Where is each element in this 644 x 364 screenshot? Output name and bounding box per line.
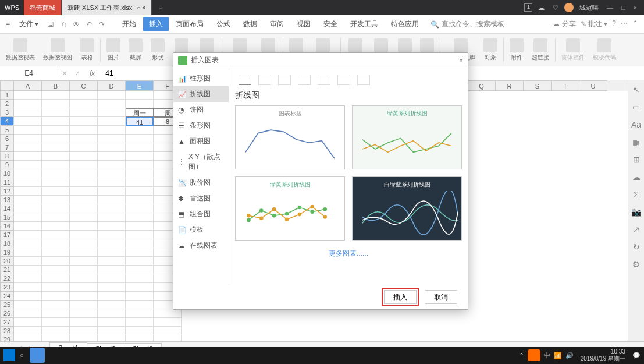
print-icon[interactable]: ⎙ (58, 19, 69, 30)
subtype-7[interactable] (357, 75, 370, 85)
preview-icon[interactable]: 👁 (71, 19, 81, 30)
save-icon[interactable]: 🖫 (45, 19, 56, 30)
formula-input[interactable]: 41 (101, 69, 118, 77)
task-search-icon[interactable]: ○ (20, 352, 24, 359)
subtype-6[interactable] (337, 75, 350, 85)
type-combo[interactable]: ⬒组合图 (173, 206, 229, 222)
select-all-corner[interactable] (0, 80, 14, 91)
dialog-close-button[interactable]: × (459, 56, 463, 65)
clock[interactable]: 10:332019/8/19 星期一 (577, 348, 629, 362)
window-minimize[interactable]: — (604, 4, 615, 11)
undo-icon[interactable]: ↶ (84, 19, 94, 30)
type-template[interactable]: 📄模板 (173, 222, 229, 238)
annotate-button[interactable]: ✎ 批注 ▾ (581, 19, 608, 29)
table-icon[interactable]: ▦ (632, 137, 640, 147)
ribbon-pivot-table[interactable]: 数据透视表 (2, 35, 38, 65)
skin-icon[interactable]: ♡ (550, 4, 561, 12)
tab-special[interactable]: 特色应用 (385, 17, 425, 31)
add-tab-button[interactable]: ＋ (152, 3, 170, 12)
col-header-e[interactable]: E (126, 80, 154, 91)
type-scatter[interactable]: ⋮X Y（散点图） (173, 149, 229, 175)
chart-thumb-3[interactable]: 绿黄系列折线图 (235, 176, 345, 241)
ribbon-hyperlink[interactable]: 超链接 (528, 35, 553, 65)
col-header-u[interactable]: U (579, 80, 607, 91)
col-header-c[interactable]: C (70, 80, 98, 91)
ribbon-screenshot[interactable]: 截屏 (125, 35, 146, 65)
share-button[interactable]: ☁ 分享 (553, 19, 575, 29)
type-bar[interactable]: ☰条形图 (173, 118, 229, 133)
sum-icon[interactable]: Σ (634, 190, 639, 199)
tray-icon[interactable]: 中 (544, 351, 550, 360)
tab-data[interactable]: 数据 (237, 17, 263, 31)
chart-thumb-2[interactable]: 绿黄系列折线图 (352, 105, 462, 169)
col-header-d[interactable]: D (98, 80, 126, 91)
tab-review[interactable]: 审阅 (264, 17, 290, 31)
notifications-icon[interactable]: 💬 (632, 352, 641, 359)
fx-icon[interactable]: fx (84, 69, 101, 77)
tab-page-layout[interactable]: 页面布局 (170, 17, 209, 31)
col-header-t[interactable]: T (552, 80, 579, 91)
select-icon[interactable]: ▭ (632, 103, 640, 112)
tab-document[interactable]: 新建 XLSX 工作表.xlsx ○ × (62, 0, 152, 15)
subtype-1[interactable] (239, 75, 251, 85)
ribbon-object[interactable]: 对象 (480, 35, 501, 65)
cell-e4[interactable]: 41 (126, 117, 154, 126)
tray-volume-icon[interactable]: 🔊 (565, 352, 574, 359)
notification-badge[interactable]: 1 (524, 3, 532, 12)
ribbon-attachment[interactable]: 附件 (506, 35, 527, 65)
col-header-r[interactable]: R (496, 80, 524, 91)
tab-formula[interactable]: 公式 (211, 17, 236, 31)
redo-icon[interactable]: ↷ (97, 19, 107, 30)
col-header-b[interactable]: B (42, 80, 70, 91)
camera-icon[interactable]: 📷 (631, 207, 641, 217)
cloud-icon[interactable]: ☁ (632, 172, 641, 182)
col-header-q[interactable]: Q (468, 80, 496, 91)
cell-e3[interactable]: 周一 (126, 108, 154, 117)
style-icon[interactable]: Aa (631, 120, 641, 129)
file-menu[interactable]: 文件 ▾ (16, 19, 42, 29)
avatar[interactable] (564, 3, 574, 12)
chart-thumb-4[interactable]: 白绿蓝系列折线图 (352, 176, 462, 241)
type-pie[interactable]: ◔饼图 (173, 102, 229, 118)
type-area[interactable]: ▲面积图 (173, 133, 229, 149)
ribbon-table[interactable]: 表格 (77, 35, 98, 65)
tab-developer[interactable]: 开发工具 (344, 17, 384, 31)
wps-taskbar-app[interactable] (30, 348, 45, 363)
ribbon-picture[interactable]: 图片 (103, 35, 124, 65)
cloud-icon[interactable]: ☁ (536, 4, 547, 12)
help-icon[interactable]: ? (612, 19, 616, 29)
more-charts-link[interactable]: 更多图表...... (235, 249, 462, 259)
type-stock[interactable]: 📉股价图 (173, 175, 229, 190)
subtype-2[interactable] (258, 75, 271, 85)
tray-up-icon[interactable]: ⌃ (519, 352, 524, 359)
type-online[interactable]: ☁在线图表 (173, 238, 229, 253)
export-icon[interactable]: ↗ (633, 225, 640, 234)
col-header-a[interactable]: A (14, 80, 42, 91)
hamburger-icon[interactable]: ≡ (0, 20, 16, 29)
cell-reference[interactable]: E4 (0, 69, 58, 77)
type-column[interactable]: 📊柱形图 (173, 70, 229, 86)
cursor-icon[interactable]: ↖ (633, 85, 640, 94)
fx-confirm-icon[interactable]: ✓ (71, 69, 84, 77)
subtype-3[interactable] (278, 75, 291, 85)
ribbon-pivot-chart[interactable]: 数据透视图 (40, 35, 76, 65)
tab-docer[interactable]: 稻壳商城 (24, 0, 62, 15)
insert-button[interactable]: 插入 (384, 290, 417, 304)
close-tab-icon[interactable]: ○ × (137, 5, 145, 11)
start-button[interactable] (3, 349, 15, 361)
chart-thumb-1[interactable]: 图表标题 (235, 105, 345, 169)
fx-cancel-icon[interactable]: ✕ (58, 69, 71, 77)
settings-icon[interactable]: ⚙ (632, 260, 640, 269)
tab-start[interactable]: 开始 (116, 17, 142, 31)
sogou-ime-icon[interactable] (528, 349, 540, 361)
tab-view[interactable]: 视图 (291, 17, 316, 31)
refresh-icon[interactable]: ↻ (633, 242, 640, 252)
type-line[interactable]: 📈折线图 (173, 86, 229, 102)
search-box[interactable]: 🔍 查找命令、搜索模板 (430, 19, 504, 29)
collapse-ribbon-icon[interactable]: ⌃ (632, 19, 638, 29)
subtype-5[interactable] (318, 75, 330, 85)
tab-insert[interactable]: 插入 (143, 17, 169, 31)
tab-security[interactable]: 安全 (318, 17, 343, 31)
col-header-s[interactable]: S (524, 80, 552, 91)
tray-network-icon[interactable]: 📶 (554, 352, 562, 359)
